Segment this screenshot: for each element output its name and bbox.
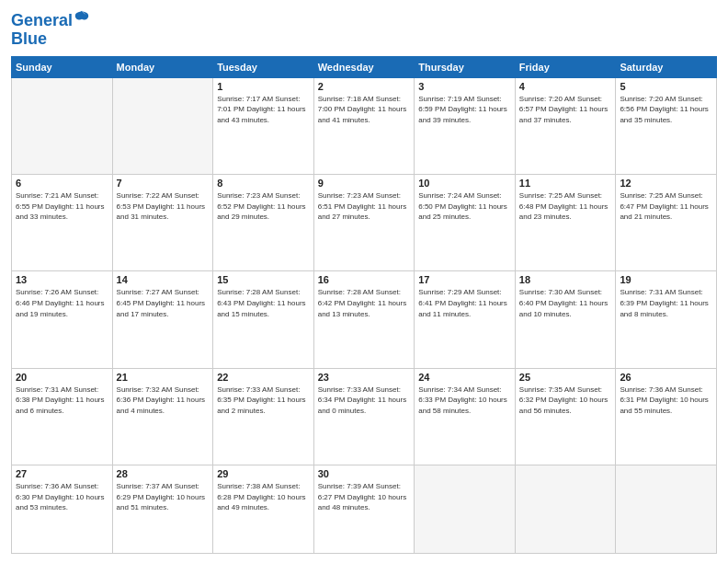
day-info: Sunrise: 7:30 AM Sunset: 6:40 PM Dayligh…: [519, 287, 612, 319]
day-info: Sunrise: 7:37 AM Sunset: 6:29 PM Dayligh…: [117, 481, 210, 513]
calendar-week-row: 20Sunrise: 7:31 AM Sunset: 6:38 PM Dayli…: [12, 368, 717, 465]
calendar-cell: 18Sunrise: 7:30 AM Sunset: 6:40 PM Dayli…: [515, 271, 616, 368]
day-info: Sunrise: 7:26 AM Sunset: 6:46 PM Dayligh…: [16, 287, 108, 319]
day-info: Sunrise: 7:23 AM Sunset: 6:51 PM Dayligh…: [318, 190, 411, 223]
day-number: 22: [217, 372, 310, 383]
calendar-week-row: 1Sunrise: 7:17 AM Sunset: 7:01 PM Daylig…: [12, 77, 717, 174]
day-number: 11: [519, 178, 612, 189]
calendar-cell: [415, 465, 516, 554]
day-info: Sunrise: 7:25 AM Sunset: 6:48 PM Dayligh…: [519, 190, 612, 223]
calendar-cell: [112, 77, 213, 174]
logo-blue: Blue: [11, 29, 47, 48]
day-number: 14: [117, 274, 210, 285]
day-number: 16: [318, 274, 411, 285]
calendar-cell: 26Sunrise: 7:36 AM Sunset: 6:31 PM Dayli…: [616, 368, 717, 465]
day-info: Sunrise: 7:22 AM Sunset: 6:53 PM Dayligh…: [117, 190, 210, 223]
day-info: Sunrise: 7:28 AM Sunset: 6:42 PM Dayligh…: [318, 287, 411, 319]
calendar-cell: 20Sunrise: 7:31 AM Sunset: 6:38 PM Dayli…: [12, 368, 113, 465]
day-info: Sunrise: 7:18 AM Sunset: 7:00 PM Dayligh…: [318, 94, 411, 126]
calendar-cell: 14Sunrise: 7:27 AM Sunset: 6:45 PM Dayli…: [112, 271, 213, 368]
calendar-cell: 6Sunrise: 7:21 AM Sunset: 6:55 PM Daylig…: [12, 174, 113, 270]
day-number: 7: [117, 178, 210, 189]
calendar-cell: 22Sunrise: 7:33 AM Sunset: 6:35 PM Dayli…: [213, 368, 314, 465]
calendar-table: SundayMondayTuesdayWednesdayThursdayFrid…: [11, 56, 717, 554]
day-number: 20: [16, 372, 108, 383]
day-info: Sunrise: 7:31 AM Sunset: 6:38 PM Dayligh…: [16, 385, 108, 417]
calendar-cell: 16Sunrise: 7:28 AM Sunset: 6:42 PM Dayli…: [313, 271, 415, 368]
calendar-week-row: 6Sunrise: 7:21 AM Sunset: 6:55 PM Daylig…: [12, 174, 717, 270]
day-number: 29: [217, 468, 310, 479]
calendar-cell: 10Sunrise: 7:24 AM Sunset: 6:50 PM Dayli…: [415, 174, 516, 270]
day-info: Sunrise: 7:32 AM Sunset: 6:36 PM Dayligh…: [117, 385, 210, 417]
calendar-cell: 30Sunrise: 7:39 AM Sunset: 6:27 PM Dayli…: [313, 465, 415, 554]
day-number: 9: [318, 178, 411, 189]
day-number: 15: [217, 274, 310, 285]
calendar-cell: 23Sunrise: 7:33 AM Sunset: 6:34 PM Dayli…: [313, 368, 415, 465]
day-number: 19: [620, 274, 712, 285]
day-info: Sunrise: 7:33 AM Sunset: 6:34 PM Dayligh…: [318, 385, 411, 417]
calendar-cell: 4Sunrise: 7:20 AM Sunset: 6:57 PM Daylig…: [515, 77, 616, 174]
calendar-cell: 11Sunrise: 7:25 AM Sunset: 6:48 PM Dayli…: [515, 174, 616, 270]
weekday-thursday: Thursday: [415, 56, 516, 77]
logo-general: General: [11, 11, 73, 29]
header: General Blue: [11, 9, 717, 49]
calendar-cell: 15Sunrise: 7:28 AM Sunset: 6:43 PM Dayli…: [213, 271, 314, 368]
calendar-cell: 27Sunrise: 7:36 AM Sunset: 6:30 PM Dayli…: [12, 465, 113, 554]
day-info: Sunrise: 7:29 AM Sunset: 6:41 PM Dayligh…: [418, 287, 511, 319]
calendar-cell: 29Sunrise: 7:38 AM Sunset: 6:28 PM Dayli…: [213, 465, 314, 554]
day-info: Sunrise: 7:25 AM Sunset: 6:47 PM Dayligh…: [620, 190, 712, 223]
weekday-saturday: Saturday: [616, 56, 717, 77]
day-info: Sunrise: 7:21 AM Sunset: 6:55 PM Dayligh…: [16, 190, 108, 223]
day-number: 17: [418, 274, 511, 285]
day-number: 21: [117, 372, 210, 383]
day-info: Sunrise: 7:20 AM Sunset: 6:57 PM Dayligh…: [519, 94, 612, 126]
weekday-monday: Monday: [112, 56, 213, 77]
calendar-cell: 1Sunrise: 7:17 AM Sunset: 7:01 PM Daylig…: [213, 77, 314, 174]
day-number: 24: [418, 372, 511, 383]
calendar-cell: 28Sunrise: 7:37 AM Sunset: 6:29 PM Dayli…: [112, 465, 213, 554]
day-info: Sunrise: 7:19 AM Sunset: 6:59 PM Dayligh…: [418, 94, 511, 126]
day-number: 1: [217, 81, 310, 92]
page: General Blue SundayMondayTuesdayWednesda…: [0, 0, 728, 563]
day-info: Sunrise: 7:35 AM Sunset: 6:32 PM Dayligh…: [519, 385, 612, 417]
day-number: 10: [418, 178, 511, 189]
day-info: Sunrise: 7:31 AM Sunset: 6:39 PM Dayligh…: [620, 287, 712, 319]
calendar-cell: 13Sunrise: 7:26 AM Sunset: 6:46 PM Dayli…: [12, 271, 113, 368]
day-info: Sunrise: 7:34 AM Sunset: 6:33 PM Dayligh…: [418, 385, 511, 417]
calendar-week-row: 27Sunrise: 7:36 AM Sunset: 6:30 PM Dayli…: [12, 465, 717, 554]
day-number: 28: [117, 468, 210, 479]
day-number: 2: [318, 81, 411, 92]
day-info: Sunrise: 7:17 AM Sunset: 7:01 PM Dayligh…: [217, 94, 310, 126]
day-info: Sunrise: 7:38 AM Sunset: 6:28 PM Dayligh…: [217, 481, 310, 513]
calendar-cell: [616, 465, 717, 554]
day-info: Sunrise: 7:24 AM Sunset: 6:50 PM Dayligh…: [418, 190, 511, 223]
logo: General Blue: [11, 9, 90, 49]
day-info: Sunrise: 7:36 AM Sunset: 6:30 PM Dayligh…: [16, 481, 108, 513]
calendar-cell: 3Sunrise: 7:19 AM Sunset: 6:59 PM Daylig…: [415, 77, 516, 174]
day-number: 25: [519, 372, 612, 383]
day-number: 30: [318, 468, 411, 479]
day-number: 27: [16, 468, 108, 479]
day-number: 13: [16, 274, 108, 285]
calendar-cell: 9Sunrise: 7:23 AM Sunset: 6:51 PM Daylig…: [313, 174, 415, 270]
day-info: Sunrise: 7:36 AM Sunset: 6:31 PM Dayligh…: [620, 385, 712, 417]
logo-text: General Blue: [11, 9, 90, 49]
calendar-cell: 24Sunrise: 7:34 AM Sunset: 6:33 PM Dayli…: [415, 368, 516, 465]
calendar-cell: 21Sunrise: 7:32 AM Sunset: 6:36 PM Dayli…: [112, 368, 213, 465]
calendar-cell: 25Sunrise: 7:35 AM Sunset: 6:32 PM Dayli…: [515, 368, 616, 465]
day-info: Sunrise: 7:27 AM Sunset: 6:45 PM Dayligh…: [117, 287, 210, 319]
logo-bird-icon: [74, 9, 90, 26]
weekday-friday: Friday: [515, 56, 616, 77]
day-number: 5: [620, 81, 712, 92]
day-number: 26: [620, 372, 712, 383]
calendar-cell: 19Sunrise: 7:31 AM Sunset: 6:39 PM Dayli…: [616, 271, 717, 368]
calendar-cell: [12, 77, 113, 174]
calendar-cell: 12Sunrise: 7:25 AM Sunset: 6:47 PM Dayli…: [616, 174, 717, 270]
weekday-header-row: SundayMondayTuesdayWednesdayThursdayFrid…: [12, 56, 717, 77]
day-number: 23: [318, 372, 411, 383]
day-number: 8: [217, 178, 310, 189]
day-info: Sunrise: 7:23 AM Sunset: 6:52 PM Dayligh…: [217, 190, 310, 223]
calendar-cell: [515, 465, 616, 554]
weekday-tuesday: Tuesday: [213, 56, 314, 77]
weekday-wednesday: Wednesday: [313, 56, 415, 77]
